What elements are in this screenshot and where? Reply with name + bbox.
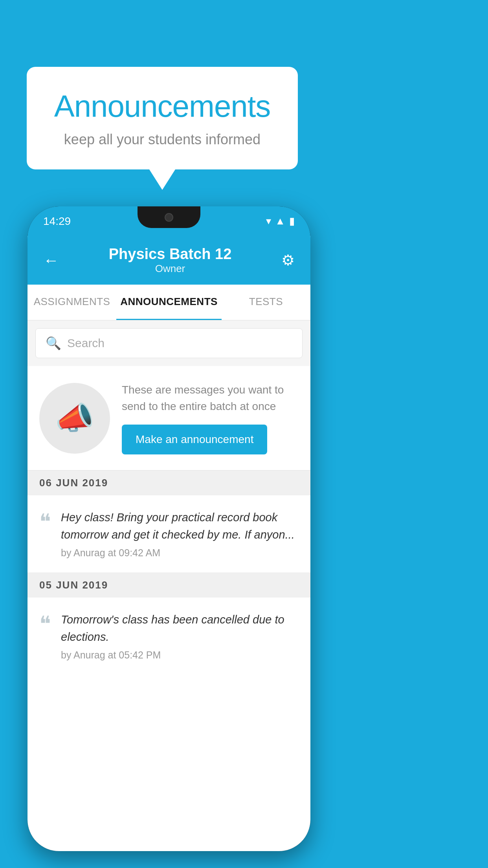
tab-announcements[interactable]: ANNOUNCEMENTS — [116, 285, 222, 320]
settings-button[interactable]: ⚙ — [281, 252, 295, 269]
app-content: ← Physics Batch 12 Owner ⚙ ASSIGNMENTS A… — [28, 236, 310, 851]
status-time: 14:29 — [43, 215, 71, 228]
announcement-item-2: ❝ Tomorrow's class has been cancelled du… — [28, 598, 310, 675]
speech-bubble: Announcements keep all your students inf… — [27, 67, 298, 169]
search-container: 🔍 Search — [28, 320, 310, 366]
app-header: ← Physics Batch 12 Owner ⚙ — [28, 236, 310, 285]
announcement-author-1: by Anurag at 09:42 AM — [61, 547, 299, 559]
battery-icon: ▮ — [289, 215, 295, 227]
quote-icon-2: ❝ — [39, 613, 51, 635]
status-bar: 14:29 ▾ ▲ ▮ — [28, 206, 310, 236]
header-center: Physics Batch 12 Owner — [109, 246, 232, 275]
make-announcement-button[interactable]: Make an announcement — [122, 425, 267, 454]
promo-text-area: These are messages you want to send to t… — [122, 382, 299, 454]
search-bar[interactable]: 🔍 Search — [35, 328, 303, 358]
announcement-text-block-1: Hey class! Bring your practical record b… — [61, 509, 299, 559]
front-camera — [165, 213, 173, 222]
bubble-title: Announcements — [46, 88, 278, 124]
date-header-2: 05 JUN 2019 — [28, 573, 310, 598]
wifi-icon: ▾ — [266, 215, 271, 227]
back-button[interactable]: ← — [43, 252, 59, 269]
announcement-message-2: Tomorrow's class has been cancelled due … — [61, 611, 299, 645]
tabs-bar: ASSIGNMENTS ANNOUNCEMENTS TESTS — [28, 285, 310, 320]
speech-bubble-card: Announcements keep all your students inf… — [27, 67, 298, 169]
search-placeholder-text: Search — [67, 337, 105, 350]
owner-label: Owner — [109, 263, 232, 275]
tab-tests[interactable]: TESTS — [222, 285, 310, 320]
announcement-author-2: by Anurag at 05:42 PM — [61, 649, 299, 661]
megaphone-icon: 📣 — [55, 400, 94, 437]
announcement-text-block-2: Tomorrow's class has been cancelled due … — [61, 611, 299, 661]
announcement-item-1: ❝ Hey class! Bring your practical record… — [28, 495, 310, 573]
promo-section: 📣 These are messages you want to send to… — [28, 366, 310, 471]
announcement-message-1: Hey class! Bring your practical record b… — [61, 509, 299, 543]
bubble-subtitle: keep all your students informed — [46, 131, 278, 148]
batch-title: Physics Batch 12 — [109, 246, 232, 263]
phone-notch — [138, 206, 200, 228]
status-icons: ▾ ▲ ▮ — [266, 215, 295, 227]
search-icon: 🔍 — [46, 336, 61, 351]
phone-frame: 14:29 ▾ ▲ ▮ ← Physics Batch 12 Owner ⚙ A… — [28, 206, 310, 851]
signal-icon: ▲ — [275, 215, 285, 227]
megaphone-circle: 📣 — [39, 383, 110, 454]
date-header-1: 06 JUN 2019 — [28, 471, 310, 495]
quote-icon-1: ❝ — [39, 511, 51, 533]
tab-assignments[interactable]: ASSIGNMENTS — [28, 285, 116, 320]
promo-description: These are messages you want to send to t… — [122, 382, 299, 415]
